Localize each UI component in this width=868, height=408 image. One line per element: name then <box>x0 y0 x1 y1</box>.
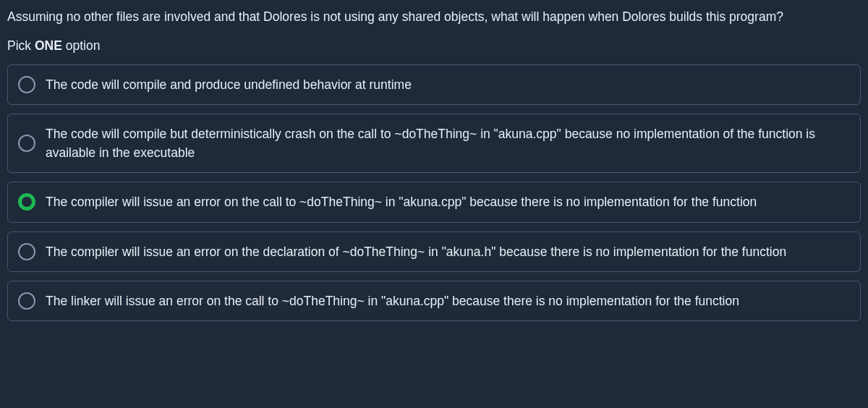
option-label: The linker will issue an error on the ca… <box>46 292 850 310</box>
instruction-suffix: option <box>62 38 101 53</box>
radio-icon <box>18 243 35 260</box>
instruction-bold: ONE <box>35 38 62 53</box>
option-3[interactable]: The compiler will issue an error on the … <box>7 231 861 272</box>
option-4[interactable]: The linker will issue an error on the ca… <box>7 281 861 321</box>
option-label: The compiler will issue an error on the … <box>46 192 850 211</box>
radio-icon <box>18 193 35 211</box>
radio-icon <box>18 292 35 310</box>
options-list: The code will compile and produce undefi… <box>4 64 864 322</box>
instruction-text: Pick ONE option <box>4 33 864 64</box>
option-label: The compiler will issue an error on the … <box>46 242 850 261</box>
option-2[interactable]: The compiler will issue an error on the … <box>7 182 861 222</box>
option-1[interactable]: The code will compile but deterministica… <box>7 114 861 174</box>
option-label: The code will compile and produce undefi… <box>46 75 850 94</box>
radio-icon <box>18 76 35 93</box>
option-label: The code will compile but deterministica… <box>46 124 850 163</box>
radio-icon <box>18 135 35 152</box>
option-0[interactable]: The code will compile and produce undefi… <box>7 64 861 105</box>
question-text: Assuming no other files are involved and… <box>4 6 864 33</box>
instruction-prefix: Pick <box>7 38 35 53</box>
